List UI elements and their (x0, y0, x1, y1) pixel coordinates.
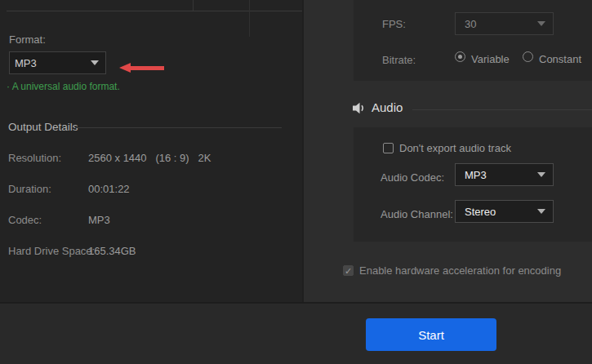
audio-codec-label: Audio Codec: (381, 171, 444, 184)
chevron-down-icon (537, 172, 545, 177)
audio-codec-dropdown[interactable]: MP3 (455, 163, 554, 186)
detail-value: MP3 (88, 214, 110, 226)
detail-label: Codec: (8, 214, 42, 226)
detail-row-resolution: Resolution: 2560 x 1440 (16 : 9) 2K (8, 152, 294, 165)
chevron-down-icon (91, 60, 99, 65)
chevron-down-icon (537, 21, 545, 26)
audio-channel-value: Stereo (465, 206, 537, 218)
format-label: Format: (9, 33, 46, 46)
export-dialog: Format: MP3 · A universal audio format. … (0, 0, 592, 364)
format-dropdown[interactable]: MP3 (9, 51, 106, 74)
panel-divider (249, 0, 250, 37)
start-button[interactable]: Start (366, 318, 496, 351)
arrow-head (119, 63, 131, 73)
detail-label: Resolution: (8, 152, 61, 164)
footer-bar: Start (0, 302, 592, 364)
audio-section-title: Audio (372, 100, 403, 114)
audio-channel-label: Audio Channel: (381, 208, 453, 220)
fps-dropdown-value: 30 (465, 18, 537, 30)
detail-value: 2560 x 1440 (16 : 9) 2K (88, 152, 211, 164)
detail-value: 00:01:22 (88, 183, 130, 195)
dont-export-audio-label: Don't export audio track (399, 142, 511, 154)
fps-dropdown[interactable]: 30 (455, 12, 554, 35)
detail-value: 165.34GB (88, 245, 136, 257)
detail-row-codec: Codec: MP3 (8, 214, 294, 227)
radio-variable[interactable] (455, 51, 465, 62)
format-description: · A universal audio format. (7, 81, 120, 92)
fps-label: FPS: (382, 18, 406, 30)
output-details-title: Output Details (8, 121, 78, 133)
section-divider (412, 109, 592, 110)
audio-codec-value: MP3 (465, 169, 537, 181)
radio-constant[interactable] (523, 51, 533, 62)
audio-channel-dropdown[interactable]: Stereo (455, 200, 554, 223)
arrow-shaft (130, 66, 164, 70)
hardware-acceleration-label: Enable hardware acceleration for encodin… (359, 264, 561, 277)
speaker-icon (353, 102, 367, 114)
dont-export-audio-checkbox[interactable] (383, 143, 394, 153)
format-dropdown-value: MP3 (15, 57, 91, 69)
chevron-down-icon (537, 209, 545, 214)
pointer-arrow-annotation (119, 63, 164, 73)
radio-constant-label: Constant (539, 53, 581, 65)
detail-label: Hard Drive Space: (8, 245, 95, 257)
panel-divider (7, 11, 302, 11)
format-panel: Format: MP3 · A universal audio format. … (0, 0, 304, 302)
panel-divider (193, 0, 194, 11)
radio-variable-label: Variable (471, 53, 510, 65)
section-divider (75, 127, 282, 128)
detail-row-duration: Duration: 00:01:22 (8, 183, 294, 196)
detail-row-hard-drive-space: Hard Drive Space: 165.34GB (8, 245, 294, 258)
bitrate-label: Bitrate: (382, 54, 416, 66)
hardware-acceleration-checkbox[interactable]: ✓ (343, 265, 354, 276)
detail-label: Duration: (8, 183, 51, 195)
